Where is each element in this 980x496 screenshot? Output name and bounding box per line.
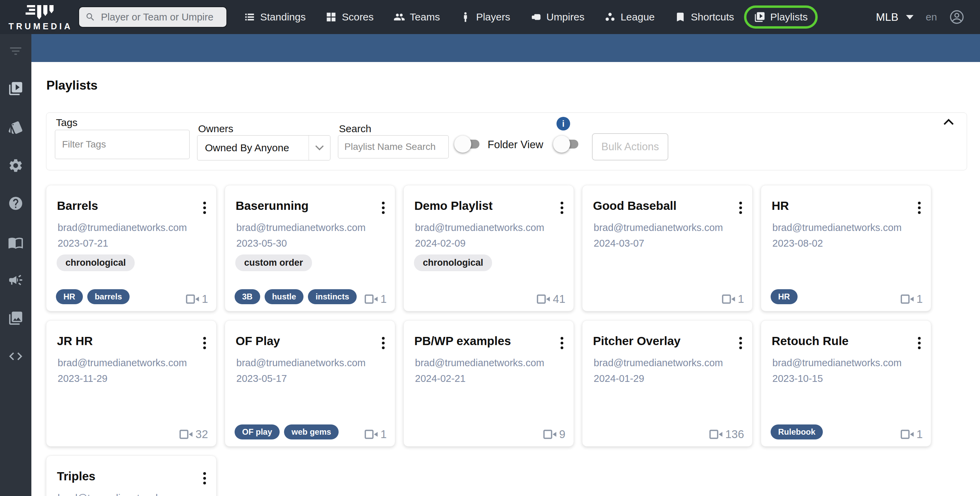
code-icon	[8, 349, 24, 364]
playlist-card[interactable]: Demo Playlist brad@trumedianetworks.com …	[403, 185, 574, 311]
trumedia-logo[interactable]: TRUMEDIA	[11, 3, 70, 31]
playlist-card[interactable]: Pitcher Overlay brad@trumedianetworks.co…	[582, 320, 752, 447]
navbar-right: MLB en	[876, 10, 964, 25]
playlist-card[interactable]: Good Baseball brad@trumedianetworks.com …	[582, 185, 752, 311]
tag-pill: OF play	[235, 425, 280, 439]
language-selector[interactable]: en	[926, 11, 937, 23]
brand-text: TRUMEDIA	[8, 21, 73, 31]
sidebar-tags-icon[interactable]	[8, 120, 24, 135]
playlist-card[interactable]: OF Play brad@trumedianetworks.com 2023-0…	[225, 320, 395, 447]
playlist-search-input[interactable]	[338, 135, 449, 158]
league-dropdown[interactable]: MLB	[876, 11, 913, 24]
playlist-card[interactable]: Baserunning brad@trumedianetworks.com 20…	[225, 185, 395, 311]
sidebar-code-icon[interactable]	[8, 349, 24, 364]
playlist-owner: brad@trumedianetworks.com	[57, 222, 187, 233]
owners-select[interactable]: Owned By Anyone	[197, 135, 331, 160]
nav-item-playlists[interactable]: Playlists	[744, 5, 818, 29]
nav-item-label: Players	[476, 11, 510, 23]
kebab-menu-icon[interactable]	[559, 200, 565, 215]
nav-item-standings[interactable]: Standings	[234, 5, 315, 29]
tag-pill: HR	[56, 289, 83, 304]
playlist-card[interactable]: Triples brad@trumedianetworks.com	[46, 455, 216, 496]
video-count: 136	[709, 428, 744, 441]
tag-pill: instincts	[308, 289, 357, 304]
nav-item-players[interactable]: Players	[450, 5, 520, 29]
nav-item-scores[interactable]: Scores	[315, 5, 383, 29]
playlist-date: 2023-10-15	[772, 373, 823, 384]
info-icon[interactable]: i	[557, 117, 570, 130]
nav-item-label: Umpires	[546, 11, 584, 23]
bulk-actions-button[interactable]: Bulk Actions	[592, 133, 668, 160]
tags-icon	[8, 120, 24, 135]
kebab-menu-icon[interactable]	[916, 200, 922, 215]
tag-pill: Rulebook	[771, 425, 823, 439]
tag-pill: hustle	[265, 289, 304, 304]
user-avatar-icon[interactable]	[949, 10, 964, 25]
global-search	[78, 6, 227, 28]
video-count-number: 1	[916, 428, 923, 441]
video-count: 41	[537, 293, 565, 306]
video-count-number: 1	[380, 293, 387, 306]
playlist-owner: brad@trumedianetworks.com	[415, 222, 544, 233]
sidebar-filter-icon[interactable]	[8, 44, 23, 59]
playlist-title: OF Play	[235, 334, 280, 348]
playlist-card[interactable]: HR brad@trumedianetworks.com 2023-08-02 …	[761, 185, 931, 311]
sidebar-playlists-icon[interactable]	[8, 81, 24, 97]
video-camera-icon	[179, 429, 193, 439]
nav-item-label: Playlists	[770, 11, 808, 23]
playlists-icon	[754, 11, 765, 23]
bulk-actions-toggle[interactable]	[555, 137, 581, 151]
toggle-knob	[454, 136, 471, 153]
chevron-down-icon	[309, 145, 330, 151]
video-count-number: 1	[738, 293, 744, 306]
sidebar-help-icon[interactable]	[8, 195, 24, 211]
kebab-menu-icon[interactable]	[559, 336, 565, 350]
playlist-title: HR	[772, 199, 789, 212]
nav-item-shortcuts[interactable]: Shortcuts	[665, 5, 744, 29]
playlist-card[interactable]: Barrels brad@trumedianetworks.com 2023-0…	[46, 185, 216, 311]
playlist-card[interactable]: PB/WP examples brad@trumedianetworks.com…	[403, 320, 574, 447]
nav-item-league[interactable]: League	[594, 5, 665, 29]
kebab-menu-icon[interactable]	[202, 336, 207, 350]
collapse-panel-chevron-up-icon[interactable]	[943, 118, 955, 126]
folder-view-toggle[interactable]	[456, 137, 482, 151]
playlist-tag-list: 3Bhustleinstincts	[235, 289, 357, 304]
video-camera-icon	[537, 294, 550, 304]
kebab-menu-icon[interactable]	[380, 200, 386, 215]
kebab-menu-icon[interactable]	[738, 336, 743, 350]
video-camera-icon	[900, 294, 914, 304]
docs-book-icon	[8, 235, 24, 250]
sidebar-gallery-images-icon[interactable]	[8, 311, 24, 326]
video-count: 1	[900, 293, 923, 306]
video-camera-icon	[364, 429, 378, 439]
list-icon	[244, 11, 255, 23]
playlist-tag-list: OF playweb gems	[235, 425, 339, 439]
playlist-date: 2023-07-21	[57, 238, 108, 249]
playlist-card[interactable]: Retouch Rule brad@trumedianetworks.com 2…	[761, 320, 931, 447]
nav-item-umpires[interactable]: Umpires	[520, 5, 594, 29]
playlist-card[interactable]: JR HR brad@trumedianetworks.com 2023-11-…	[46, 320, 216, 447]
nav-item-label: Teams	[410, 11, 440, 23]
caret-down-icon	[906, 15, 913, 19]
sidebar-settings-gear-icon[interactable]	[8, 158, 24, 173]
tags-filter-input[interactable]	[55, 130, 189, 159]
kebab-menu-icon[interactable]	[380, 336, 386, 350]
sidebar-announcements-megaphone-icon[interactable]	[8, 272, 24, 288]
kebab-menu-icon[interactable]	[202, 200, 207, 215]
nav-item-teams[interactable]: Teams	[383, 5, 450, 29]
global-search-input[interactable]	[100, 11, 220, 23]
league-icon	[604, 11, 616, 23]
kebab-menu-icon[interactable]	[916, 336, 922, 350]
tag-pill: barrels	[87, 289, 130, 304]
kebab-menu-icon[interactable]	[738, 200, 743, 215]
playlist-date: 2023-08-02	[772, 238, 823, 249]
playlists-icon	[8, 81, 24, 97]
video-count-number: 1	[380, 428, 387, 441]
video-count: 1	[186, 293, 208, 306]
playlist-title: Pitcher Overlay	[593, 334, 681, 348]
playlist-date: 2023-11-29	[57, 373, 107, 384]
kebab-menu-icon[interactable]	[202, 471, 207, 486]
grid-icon	[325, 11, 337, 23]
sort-order-badge: chronological	[57, 255, 135, 271]
sidebar-docs-book-icon[interactable]	[8, 235, 24, 250]
